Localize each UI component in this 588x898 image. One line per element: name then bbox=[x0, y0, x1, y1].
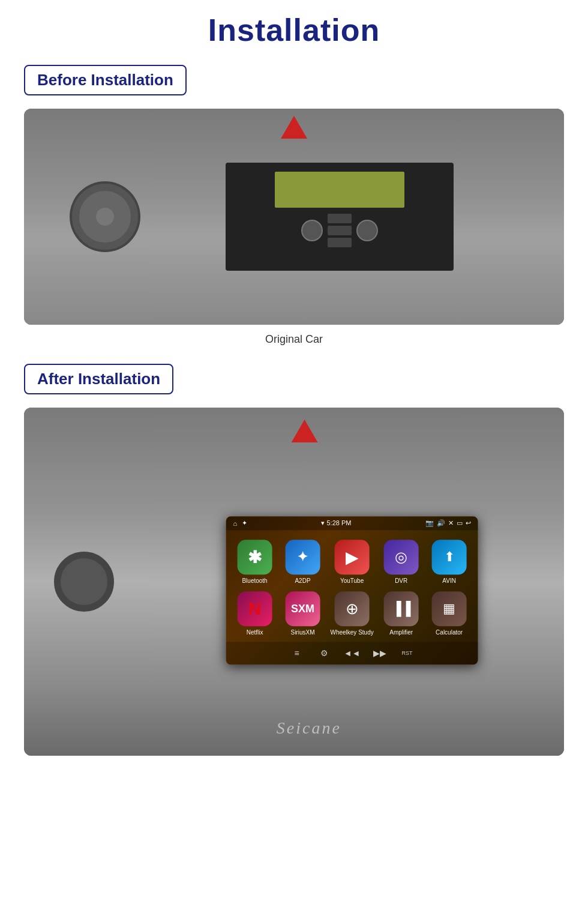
after-badge-text: After Installation bbox=[37, 370, 160, 388]
hu-knob-right bbox=[356, 220, 378, 241]
steering-wheel-after bbox=[54, 552, 114, 612]
app-amplifier-label: Amplifier bbox=[389, 629, 413, 636]
app-avin[interactable]: ⬆ AVIN bbox=[429, 540, 470, 584]
hu-btn-group bbox=[328, 214, 352, 247]
a2dp-icon: ✦ bbox=[285, 540, 320, 574]
app-wheelkey-label: Wheelkey Study bbox=[330, 629, 373, 636]
after-installation-image: ⌂ ✦ ▾ 5:28 PM 📷 🔊 ✕ ▭ ↩ bbox=[24, 408, 564, 756]
avin-icon: ⬆ bbox=[432, 540, 467, 574]
app-amplifier[interactable]: ▐▐ Amplifier bbox=[381, 591, 422, 636]
window-icon[interactable]: ▭ bbox=[457, 519, 463, 527]
camera-icon: 📷 bbox=[425, 519, 434, 527]
app-calculator-label: Calculator bbox=[436, 629, 463, 636]
statusbar-icons: 📷 🔊 ✕ ▭ ↩ bbox=[425, 519, 471, 527]
bluetooth-icon: ✱ bbox=[238, 540, 272, 574]
calculator-icon: ▦ bbox=[432, 591, 467, 626]
before-installation-image bbox=[24, 109, 564, 325]
hu-display bbox=[275, 172, 404, 208]
after-section: After Installation ⌂ ✦ ▾ 5:28 PM 📷 bbox=[24, 364, 564, 756]
siriusxm-icon: SXM bbox=[285, 591, 320, 626]
hu-btn-1 bbox=[328, 214, 352, 223]
app-youtube[interactable]: ▶ YouTube bbox=[330, 540, 373, 584]
close-icon[interactable]: ✕ bbox=[448, 519, 454, 527]
app-a2dp-label: A2DP bbox=[295, 577, 310, 584]
triangle-indicator-before bbox=[281, 116, 307, 139]
bottom-rst-icon[interactable]: RST bbox=[401, 646, 414, 660]
page-title: Installation bbox=[24, 12, 564, 48]
wheelkey-icon: ⊕ bbox=[335, 591, 370, 626]
android-head-unit: ⌂ ✦ ▾ 5:28 PM 📷 🔊 ✕ ▭ ↩ bbox=[226, 516, 478, 664]
netflix-icon: N bbox=[238, 591, 272, 626]
app-dvr[interactable]: ◎ DVR bbox=[381, 540, 422, 584]
app-youtube-label: YouTube bbox=[340, 577, 364, 584]
app-avin-label: AVIN bbox=[442, 577, 456, 584]
statusbar-time: ▾ 5:28 PM bbox=[321, 519, 351, 527]
app-dvr-label: DVR bbox=[395, 577, 407, 584]
app-a2dp[interactable]: ✦ A2DP bbox=[283, 540, 323, 584]
app-netflix[interactable]: N Netflix bbox=[235, 591, 275, 636]
hu-btn-2 bbox=[328, 226, 352, 235]
wifi-icon: ✦ bbox=[242, 519, 247, 527]
app-siriusxm[interactable]: SXM SiriusXM bbox=[283, 591, 323, 636]
bottom-next-icon[interactable]: ▶▶ bbox=[373, 646, 386, 660]
android-bottombar: ≡ ⚙ ◄◄ ▶▶ RST bbox=[226, 642, 478, 664]
bottom-menu-icon[interactable]: ≡ bbox=[290, 646, 304, 660]
old-head-unit bbox=[226, 163, 454, 271]
hu-knob-left bbox=[301, 220, 323, 241]
before-section: Before Installation bbox=[24, 65, 564, 346]
statusbar-left: ⌂ ✦ bbox=[233, 519, 248, 527]
app-wheelkey[interactable]: ⊕ Wheelkey Study bbox=[330, 591, 373, 636]
app-bluetooth[interactable]: ✱ Bluetooth bbox=[235, 540, 275, 584]
app-siriusxm-label: SiriusXM bbox=[290, 629, 314, 636]
before-badge-text: Before Installation bbox=[37, 71, 173, 89]
home-icon[interactable]: ⌂ bbox=[233, 520, 238, 527]
before-badge: Before Installation bbox=[24, 65, 187, 95]
hu-buttons bbox=[232, 214, 448, 247]
triangle-indicator-after bbox=[292, 420, 318, 442]
steering-wheel-before bbox=[72, 184, 138, 250]
app-grid-row1: ✱ Bluetooth ✦ A2DP ▶ bbox=[226, 530, 478, 642]
volume-icon: 🔊 bbox=[437, 519, 445, 527]
hu-btn-3 bbox=[328, 238, 352, 247]
amplifier-icon: ▐▐ bbox=[384, 591, 419, 626]
back-icon[interactable]: ↩ bbox=[466, 519, 471, 527]
after-badge: After Installation bbox=[24, 364, 173, 394]
seicane-brand: Seicane bbox=[277, 719, 341, 738]
dvr-icon: ◎ bbox=[384, 540, 419, 574]
app-bluetooth-label: Bluetooth bbox=[242, 577, 267, 584]
youtube-icon: ▶ bbox=[335, 540, 370, 574]
before-caption: Original Car bbox=[24, 333, 564, 346]
app-netflix-label: Netflix bbox=[247, 629, 263, 636]
app-calculator[interactable]: ▦ Calculator bbox=[429, 591, 470, 636]
bottom-prev-icon[interactable]: ◄◄ bbox=[346, 646, 359, 660]
after-car-background: ⌂ ✦ ▾ 5:28 PM 📷 🔊 ✕ ▭ ↩ bbox=[24, 408, 564, 756]
bottom-settings-icon[interactable]: ⚙ bbox=[318, 646, 331, 660]
android-statusbar: ⌂ ✦ ▾ 5:28 PM 📷 🔊 ✕ ▭ ↩ bbox=[226, 516, 478, 530]
